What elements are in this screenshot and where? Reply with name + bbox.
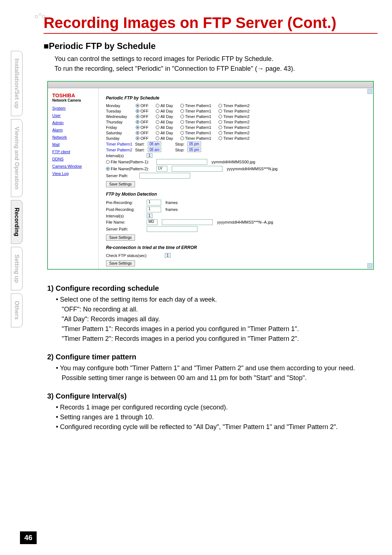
radio-option[interactable]: OFF [136, 125, 148, 130]
tab-setting-up[interactable]: Setting up [11, 247, 23, 290]
radio-icon[interactable] [180, 120, 184, 124]
radio-option[interactable]: Timer Pattern1 [180, 136, 211, 140]
schedule-row: ThursdayOFFAll DayTimer Pattern1Timer Pa… [106, 120, 366, 124]
radio-icon[interactable] [180, 104, 184, 107]
radio-option[interactable]: Timer Pattern2 [219, 120, 249, 124]
radio-icon[interactable] [219, 126, 222, 129]
interval-select-2[interactable]: 1 [147, 213, 152, 218]
tab-others[interactable]: Others [11, 293, 23, 327]
radio-option[interactable]: OFF [136, 109, 148, 113]
tp2-stop-select[interactable]: 05 pm [187, 147, 201, 152]
radio-option[interactable]: Timer Pattern1 [180, 120, 211, 124]
radio-icon[interactable] [156, 115, 159, 118]
step-3-bullet-2: • Setting ranges are 1 through 10. [56, 412, 377, 422]
radio-option[interactable]: All Day [156, 125, 173, 130]
radio-option[interactable]: All Day [156, 131, 173, 135]
radio-icon[interactable] [180, 136, 184, 140]
radio-icon[interactable] [219, 131, 222, 135]
radio-option[interactable]: Timer Pattern2 [219, 131, 249, 135]
window-titlebar [48, 82, 373, 88]
nav-view-log[interactable]: View Log [52, 171, 94, 176]
radio-icon[interactable] [180, 109, 184, 113]
radio-icon[interactable] [219, 120, 222, 124]
nav-mail[interactable]: Mail [52, 142, 94, 147]
md-filename-input-2[interactable] [162, 219, 213, 225]
fnp1-input[interactable] [156, 159, 207, 165]
radio-icon[interactable] [136, 136, 139, 140]
nav-ddns[interactable]: DDNS [52, 157, 94, 161]
radio-option[interactable]: Timer Pattern1 [180, 109, 211, 113]
radio-icon[interactable] [136, 109, 139, 113]
tp1-start-select[interactable]: 08 am [148, 142, 162, 146]
radio-option[interactable]: Timer Pattern2 [219, 114, 249, 119]
radio-option[interactable]: Timer Pattern1 [180, 103, 211, 108]
nav-admin[interactable]: Admin [52, 121, 94, 125]
nav-system[interactable]: System [52, 106, 94, 110]
radio-option[interactable]: OFF [136, 136, 148, 140]
save-settings-button-1[interactable]: Save Settings [106, 181, 135, 187]
radio-option[interactable]: Timer Pattern1 [180, 114, 211, 119]
tp1-stop-select[interactable]: 05 pm [187, 142, 201, 146]
radio-option[interactable]: OFF [136, 120, 148, 124]
fnp2-input[interactable]: LV [156, 166, 167, 172]
radio-icon[interactable] [156, 109, 159, 113]
radio-icon[interactable] [136, 126, 139, 129]
nav-alarm[interactable]: Alarm [52, 128, 94, 132]
tab-viewing[interactable]: Viewing and Operation [11, 119, 23, 197]
radio-option[interactable]: Timer Pattern2 [219, 103, 249, 108]
tab-installation[interactable]: Installation/Set up [11, 51, 23, 116]
interval-select[interactable]: 1 [147, 153, 152, 158]
radio-icon[interactable] [136, 104, 139, 107]
server-path-label-2: Server Path: [106, 227, 142, 231]
fnp2-input-2[interactable] [172, 166, 222, 172]
schedule-row: SundayOFFAll DayTimer Pattern1Timer Patt… [106, 136, 366, 140]
stop-label: Stop: [175, 142, 184, 146]
radio-option[interactable]: All Day [156, 120, 173, 124]
check-ftp-select[interactable]: 1 [165, 253, 171, 258]
radio-icon[interactable] [136, 120, 139, 124]
radio-option[interactable]: All Day [156, 136, 173, 140]
radio-icon[interactable] [219, 104, 222, 107]
radio-option[interactable]: OFF [136, 114, 148, 119]
radio-option[interactable]: Timer Pattern2 [219, 136, 249, 140]
radio-option[interactable]: Timer Pattern2 [219, 109, 249, 113]
radio-option[interactable]: OFF [136, 131, 148, 135]
scroll-down-icon[interactable] [367, 263, 372, 268]
radio-icon[interactable] [156, 120, 159, 124]
server-path-input[interactable] [139, 173, 190, 179]
radio-icon[interactable] [136, 115, 139, 118]
radio-icon[interactable] [180, 131, 184, 135]
save-settings-button-3[interactable]: Save Settings [106, 260, 135, 266]
radio-option[interactable]: All Day [156, 103, 173, 108]
post-recording-input[interactable]: 1 [147, 207, 161, 212]
radio-icon[interactable] [136, 131, 139, 135]
radio-option[interactable]: Timer Pattern2 [219, 125, 249, 130]
md-filename-input[interactable]: MD [147, 219, 158, 225]
radio-option[interactable]: Timer Pattern1 [180, 125, 211, 130]
radio-icon[interactable] [156, 126, 159, 129]
tp2-start-select[interactable]: 08 am [148, 147, 162, 152]
nav-camera-window[interactable]: Camera Window [52, 164, 94, 168]
server-path-input-2[interactable] [147, 226, 197, 232]
radio-option[interactable]: All Day [156, 109, 173, 113]
radio-pattern2[interactable] [106, 167, 110, 171]
tab-recording[interactable]: Recording [11, 200, 23, 244]
radio-option[interactable]: All Day [156, 114, 173, 119]
radio-option[interactable]: Timer Pattern1 [180, 131, 211, 135]
nav-ftp-client[interactable]: FTP client [52, 150, 94, 154]
radio-pattern1[interactable] [106, 160, 110, 164]
radio-icon[interactable] [156, 136, 159, 140]
scroll-up-icon[interactable] [367, 89, 372, 94]
radio-icon[interactable] [219, 115, 222, 118]
nav-network[interactable]: Network [52, 135, 94, 139]
radio-icon[interactable] [180, 115, 184, 118]
radio-icon[interactable] [156, 131, 159, 135]
radio-icon[interactable] [180, 126, 184, 129]
radio-icon[interactable] [219, 136, 222, 140]
radio-icon[interactable] [219, 109, 222, 113]
pre-recording-input[interactable]: 1 [147, 200, 161, 205]
radio-icon[interactable] [156, 104, 159, 107]
radio-option[interactable]: OFF [136, 103, 148, 108]
nav-user[interactable]: User [52, 113, 94, 118]
save-settings-button-2[interactable]: Save Settings [106, 234, 135, 241]
